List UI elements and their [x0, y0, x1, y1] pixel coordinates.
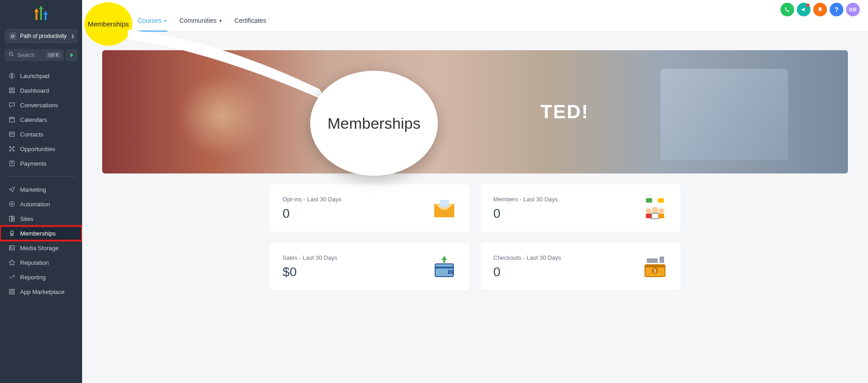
callout-text: Memberships [327, 115, 421, 132]
sidebar-item-payments[interactable]: Payments [0, 156, 82, 171]
sidebar-item-reputation[interactable]: Reputation [0, 255, 82, 270]
tab-certificates[interactable]: Certificates [234, 10, 267, 31]
logo [0, 0, 82, 25]
card-members: Members - Last 30 Days 0 [481, 184, 681, 232]
sidebar-item-contacts[interactable]: Contacts [0, 127, 82, 142]
sidebar-item-label: Dashboard [20, 87, 49, 94]
tab-label: Courses [138, 17, 161, 24]
sidebar-item-label: Memberships [20, 230, 56, 237]
workspace-name: Path of productivity [20, 33, 67, 39]
bolt-button[interactable] [66, 49, 78, 61]
rocket-icon [8, 72, 16, 79]
help-label: ? [835, 6, 839, 13]
image-icon [8, 244, 16, 252]
sidebar-item-label: Conversations [20, 102, 58, 109]
sidebar-item-label: Reputation [20, 259, 49, 266]
tab-communities[interactable]: Communities ▾ [178, 10, 223, 31]
svg-rect-34 [10, 292, 11, 294]
sidebar-item-label: Calendars [20, 116, 47, 123]
sidebar-item-label: Sites [20, 215, 33, 222]
sidebar-item-label: Payments [20, 160, 47, 167]
svg-rect-26 [10, 216, 12, 221]
help-button[interactable]: ? [830, 3, 843, 16]
annotation-callout: Memberships [310, 71, 438, 176]
nav-group-2: Marketing Automation Sites Memberships M… [0, 179, 82, 302]
nav-group-1: Launchpad Dashboard Conversations Calend… [0, 66, 82, 173]
svg-rect-28 [12, 219, 15, 221]
send-icon [8, 186, 16, 193]
svg-point-40 [646, 208, 651, 214]
sidebar-item-label: Reporting [20, 274, 46, 281]
phone-button[interactable] [780, 3, 794, 16]
sidebar-item-marketing[interactable]: Marketing [0, 182, 82, 197]
sidebar-item-label: Marketing [20, 186, 46, 193]
svg-point-24 [11, 203, 13, 205]
envelope-icon [431, 195, 457, 221]
svg-point-42 [652, 207, 658, 213]
sidebar-item-opportunities[interactable]: Opportunities [0, 142, 82, 156]
svg-rect-45 [659, 214, 664, 218]
sidebar-item-dashboard[interactable]: Dashboard [0, 83, 82, 98]
annotation-highlight: Memberships [84, 2, 132, 46]
svg-rect-37 [440, 200, 449, 207]
card-label: Sales - Last 30 Days [283, 254, 338, 261]
chevron-down-icon: ▾ [219, 18, 222, 23]
search-input[interactable]: Search ctrl K [5, 49, 64, 61]
svg-rect-48 [435, 267, 453, 268]
wallet-icon [431, 254, 457, 279]
svg-rect-41 [646, 214, 651, 218]
id-icon [8, 131, 16, 138]
card-value: 0 [283, 206, 342, 221]
svg-point-44 [659, 208, 664, 214]
automation-icon [8, 200, 16, 208]
sidebar-item-reporting[interactable]: Reporting [0, 270, 82, 284]
svg-rect-56 [645, 265, 665, 268]
svg-rect-51 [647, 258, 658, 263]
sidebar-item-sites[interactable]: Sites [0, 211, 82, 226]
top-icons: ? KR [780, 3, 860, 16]
svg-point-25 [10, 202, 15, 207]
hero-banner: L ET'S GET STAR TED! [102, 50, 848, 173]
svg-point-29 [10, 231, 14, 234]
people-icon [642, 195, 668, 221]
svg-rect-35 [12, 292, 14, 294]
avatar-initials: KR [849, 7, 857, 12]
svg-line-1 [12, 55, 14, 57]
highlight-text: Memberships [88, 20, 129, 28]
stats-cards: Opt-ins - Last 30 Days 0 Members - Last … [270, 184, 681, 290]
workspace-selector[interactable]: ⟳ Path of productivity ▴▾ [5, 29, 78, 43]
svg-rect-38 [646, 198, 652, 203]
card-sales: Sales - Last 30 Days $0 [270, 243, 470, 290]
card-label: Members - Last 30 Days [494, 196, 558, 203]
sidebar-item-launchpad[interactable]: Launchpad [0, 68, 82, 83]
svg-rect-52 [660, 257, 664, 263]
card-label: Checkouts - Last 30 Days [494, 254, 561, 261]
apps-icon [8, 288, 16, 295]
content-area: L ET'S GET STAR TED! Opt-ins - Last 30 D… [82, 32, 868, 383]
announce-button[interactable] [797, 3, 811, 16]
sites-icon [8, 215, 16, 222]
sidebar-item-calendars[interactable]: Calendars [0, 112, 82, 127]
svg-point-0 [9, 52, 12, 55]
sidebar-item-label: Contacts [20, 131, 43, 138]
card-value: 0 [494, 206, 558, 221]
svg-point-31 [10, 247, 11, 248]
svg-rect-33 [12, 289, 14, 291]
bell-button[interactable] [813, 3, 827, 16]
card-value: $0 [283, 265, 338, 279]
sidebar-item-automation[interactable]: Automation [0, 197, 82, 211]
tab-courses[interactable]: Courses ▾ [137, 10, 167, 31]
sidebar-item-label: Automation [20, 201, 50, 208]
avatar-button[interactable]: KR [846, 3, 860, 16]
sidebar-item-app-marketplace[interactable]: App Marketplace [0, 284, 82, 299]
opportunities-icon [8, 145, 16, 152]
sidebar-item-memberships[interactable]: Memberships [0, 226, 82, 241]
sidebar-item-conversations[interactable]: Conversations [0, 98, 82, 112]
card-checkouts: Checkouts - Last 30 Days 0 $ [481, 243, 681, 290]
svg-rect-43 [651, 213, 659, 219]
sidebar: ⟳ Path of productivity ▴▾ Search ctrl K … [0, 0, 82, 383]
svg-rect-27 [12, 216, 15, 219]
calendar-icon [8, 116, 16, 123]
sidebar-item-label: App Marketplace [20, 289, 65, 295]
sidebar-item-media-storage[interactable]: Media Storage [0, 241, 82, 255]
